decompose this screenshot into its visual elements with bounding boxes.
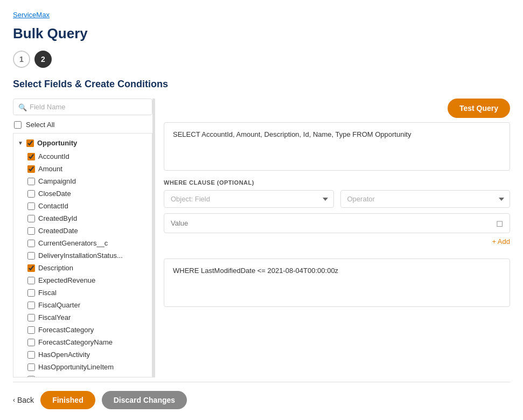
field-hasopportunitylineitem-checkbox[interactable] [27, 363, 35, 371]
field-fiscalyear-label: FiscalYear [38, 313, 71, 321]
field-contactid-label: ContactId [38, 202, 68, 210]
field-accountid-label: AccountId [38, 152, 69, 160]
test-query-button[interactable]: Test Query [448, 99, 510, 118]
page-title: Bulk Query [13, 25, 510, 42]
search-icon: 🔍 [18, 103, 27, 111]
back-link[interactable]: ‹ Back [13, 396, 34, 404]
field-description-label: Description [38, 264, 73, 272]
field-fiscal-checkbox[interactable] [27, 289, 35, 297]
back-chevron-icon: ‹ [13, 396, 15, 404]
value-input[interactable] [171, 219, 496, 227]
step-2: 2 [34, 51, 52, 68]
select-all-checkbox[interactable] [14, 121, 22, 129]
field-currentgenerators-label: CurrentGenerators__c [38, 239, 108, 247]
field-forecastcategory-label: ForecastCategory [38, 326, 94, 334]
field-createdbyid-label: CreatedById [38, 214, 77, 222]
operator-select[interactable]: Operator [340, 190, 511, 208]
field-hasoverduetask-checkbox[interactable] [27, 376, 35, 378]
add-condition-link[interactable]: + Add [492, 237, 510, 246]
field-createdbyid-checkbox[interactable] [27, 215, 35, 222]
field-forecastcategoryname-checkbox[interactable] [27, 339, 35, 346]
object-field-select[interactable]: Object: Field [164, 190, 334, 208]
field-createddate-label: CreatedDate [38, 227, 78, 235]
finished-button[interactable]: Finished [40, 391, 95, 409]
section-title: Select Fields & Create Conditions [13, 79, 510, 90]
object-name: Opportunity [37, 139, 77, 147]
field-amount-label: Amount [38, 165, 62, 173]
step-indicators: 1 2 [13, 51, 510, 68]
step-1: 1 [13, 51, 30, 68]
breadcrumb[interactable]: ServiceMax [13, 11, 510, 19]
field-deliveryinstall-label: DeliveryInstallationStatus... [38, 251, 123, 260]
field-campaignid-label: CampaignId [38, 177, 76, 185]
object-chevron-icon[interactable]: ▼ [18, 140, 23, 146]
field-expectedrevenue-label: ExpectedRevenue [38, 276, 95, 284]
field-forecastcategory-checkbox[interactable] [27, 326, 35, 334]
field-fiscalquarter-label: FiscalQuarter [38, 301, 80, 309]
select-all-label: Select All [26, 121, 54, 129]
field-forecastcategoryname-label: ForecastCategoryName [38, 338, 113, 346]
field-fiscalyear-checkbox[interactable] [27, 314, 35, 321]
field-hasopenactivity-label: HasOpenActivity [38, 351, 90, 359]
field-expectedrevenue-checkbox[interactable] [27, 277, 35, 284]
field-currentgenerators-checkbox[interactable] [27, 240, 35, 247]
field-hasoverduetask-label: HasOverdueTask [38, 375, 92, 377]
field-list: ▼ Opportunity AccountId Amount CampaignI… [13, 133, 152, 377]
field-description-checkbox[interactable] [27, 264, 35, 272]
value-icon: ◻ [496, 218, 503, 228]
field-deliveryinstall-checkbox[interactable] [27, 252, 35, 260]
field-hasopenactivity-checkbox[interactable] [27, 351, 35, 359]
field-contactid-checkbox[interactable] [27, 202, 35, 210]
object-checkbox[interactable] [26, 139, 34, 147]
field-fiscalquarter-checkbox[interactable] [27, 302, 35, 309]
where-clause-label: WHERE CLAUSE (OPTIONAL) [164, 179, 510, 186]
field-hasopportunitylineitem-label: HasOpportunityLineItem [38, 363, 114, 371]
field-accountid-checkbox[interactable] [27, 153, 35, 160]
field-campaignid-checkbox[interactable] [27, 178, 35, 185]
search-input[interactable] [13, 99, 152, 115]
field-amount-checkbox[interactable] [27, 165, 35, 173]
back-label: Back [17, 396, 34, 404]
field-fiscal-label: Fiscal [38, 289, 57, 297]
discard-button[interactable]: Discard Changes [102, 391, 187, 409]
field-closedate-checkbox[interactable] [27, 190, 35, 198]
field-createddate-checkbox[interactable] [27, 227, 35, 235]
where-result-box: WHERE LastModifiedDate <= 2021-08-04T00:… [164, 258, 510, 307]
query-display: SELECT AccountId, Amount, Description, I… [164, 122, 510, 171]
field-closedate-label: CloseDate [38, 190, 71, 198]
